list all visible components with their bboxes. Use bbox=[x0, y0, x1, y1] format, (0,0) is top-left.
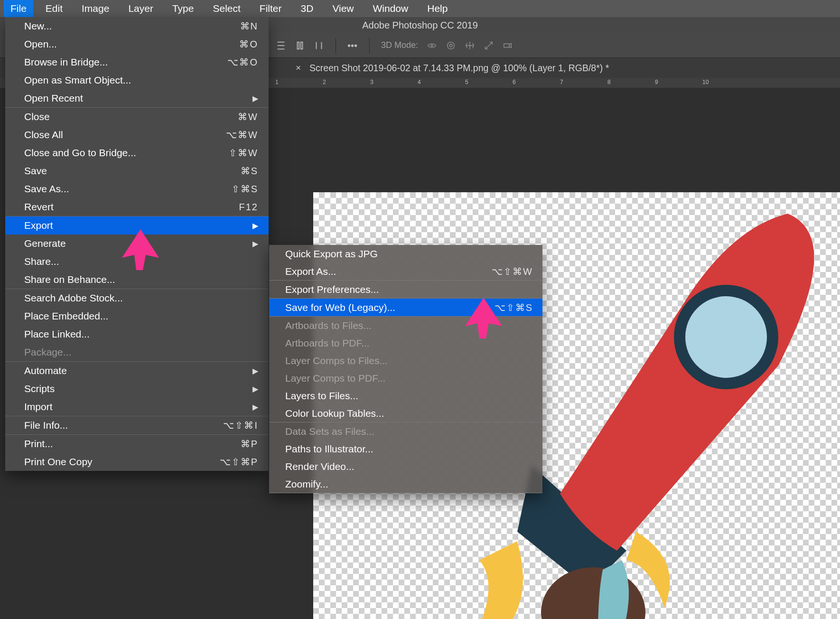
orbit-3d-icon[interactable] bbox=[427, 40, 437, 51]
menu-layer[interactable]: Layer bbox=[128, 3, 153, 14]
menu-shortcut: ⌥⇧⌘P bbox=[220, 456, 258, 468]
file-menu-item[interactable]: Place Embedded... bbox=[5, 307, 269, 325]
file-menu-item[interactable]: Open Recent▶ bbox=[5, 89, 269, 107]
menu-item-label: Share... bbox=[24, 256, 59, 267]
menu-filter[interactable]: Filter bbox=[260, 3, 282, 14]
menu-item-label: Open as Smart Object... bbox=[24, 75, 131, 86]
menu-shortcut: ⇧⌘S bbox=[232, 183, 258, 195]
export-submenu-item: Layer Comps to Files... bbox=[269, 352, 542, 369]
menu-item-label: Save for Web (Legacy)... bbox=[285, 302, 395, 313]
tab-close-icon[interactable]: × bbox=[296, 63, 301, 73]
file-menu-item[interactable]: Open...⌘O bbox=[5, 35, 269, 53]
file-menu-item[interactable]: Automate▶ bbox=[5, 362, 269, 380]
menu-shortcut: ⌘W bbox=[238, 111, 258, 122]
menu-item-label: Open... bbox=[24, 38, 57, 50]
menu-shortcut: ⌥⇧⌘W bbox=[492, 266, 533, 277]
more-icon[interactable]: ••• bbox=[347, 40, 358, 51]
menu-item-label: Search Adobe Stock... bbox=[24, 292, 123, 304]
export-submenu-item[interactable]: Layers to Files... bbox=[269, 387, 542, 404]
export-submenu: Quick Export as JPGExport As...⌥⇧⌘WExpor… bbox=[269, 245, 542, 493]
menu-3d[interactable]: 3D bbox=[301, 3, 314, 14]
menu-item-label: Export Preferences... bbox=[285, 284, 379, 295]
menu-file[interactable]: File bbox=[4, 0, 33, 17]
file-menu-item[interactable]: RevertF12 bbox=[5, 198, 269, 216]
menu-item-label: Layer Comps to PDF... bbox=[285, 373, 385, 384]
menu-item-label: Automate bbox=[24, 365, 67, 376]
export-submenu-item[interactable]: Paths to Illustrator... bbox=[269, 440, 542, 458]
export-submenu-item[interactable]: Quick Export as JPG bbox=[269, 245, 542, 263]
svg-point-15 bbox=[428, 44, 436, 47]
file-menu-item[interactable]: Open as Smart Object... bbox=[5, 71, 269, 89]
move-3d-icon[interactable] bbox=[465, 40, 475, 51]
file-menu-item[interactable]: Browse in Bridge...⌥⌘O bbox=[5, 53, 269, 71]
file-menu-item[interactable]: New...⌘N bbox=[5, 17, 269, 35]
ruler-tick: 10 bbox=[702, 79, 709, 85]
menu-item-label: Open Recent bbox=[24, 93, 83, 104]
ruler-tick: 1 bbox=[275, 79, 279, 85]
menu-item-label: Package... bbox=[24, 347, 71, 358]
menu-item-label: Layers to Files... bbox=[285, 390, 358, 402]
export-submenu-item[interactable]: Zoomify... bbox=[269, 475, 542, 493]
menu-item-label: Paths to Illustrator... bbox=[285, 443, 373, 455]
svg-rect-19 bbox=[504, 44, 509, 47]
file-menu-item[interactable]: Search Adobe Stock... bbox=[5, 289, 269, 307]
menu-view[interactable]: View bbox=[332, 3, 354, 14]
export-submenu-item[interactable]: Render Video... bbox=[269, 458, 542, 475]
menu-item-label: Browse in Bridge... bbox=[24, 56, 108, 68]
ruler-tick: 4 bbox=[418, 79, 421, 85]
scale-3d-icon[interactable] bbox=[484, 40, 494, 51]
menu-shortcut: ⌘N bbox=[240, 20, 258, 32]
separator bbox=[369, 38, 370, 53]
svg-point-17 bbox=[448, 42, 455, 49]
menu-help[interactable]: Help bbox=[427, 3, 448, 14]
menu-item-label: Print One Copy bbox=[24, 456, 93, 468]
menu-item-label: Share on Behance... bbox=[24, 274, 115, 285]
export-submenu-item[interactable]: Export Preferences... bbox=[269, 281, 542, 298]
file-menu-item[interactable]: Place Linked... bbox=[5, 325, 269, 343]
ruler-tick: 3 bbox=[370, 79, 373, 85]
ruler-tick: 9 bbox=[655, 79, 658, 85]
file-menu-item[interactable]: File Info...⌥⇧⌘I bbox=[5, 416, 269, 434]
file-menu-item[interactable]: Print One Copy⌥⇧⌘P bbox=[5, 453, 269, 471]
menu-item-label: Place Linked... bbox=[24, 328, 90, 340]
tab-title[interactable]: Screen Shot 2019-06-02 at 7.14.33 PM.png… bbox=[309, 63, 609, 74]
file-menu-item[interactable]: Save⌘S bbox=[5, 162, 269, 180]
menu-shortcut: ⇧⌘W bbox=[229, 147, 258, 159]
file-menu-item[interactable]: Close and Go to Bridge...⇧⌘W bbox=[5, 144, 269, 162]
menu-type[interactable]: Type bbox=[172, 3, 194, 14]
camera-3d-icon[interactable] bbox=[503, 40, 513, 51]
distribute-center-icon[interactable] bbox=[295, 40, 305, 51]
file-menu-item[interactable]: Import▶ bbox=[5, 398, 269, 416]
menu-item-label: New... bbox=[24, 20, 52, 32]
file-menu-item[interactable]: Close All⌥⌘W bbox=[5, 126, 269, 144]
menu-shortcut: ⌘O bbox=[239, 38, 258, 50]
file-menu-item[interactable]: Save As...⇧⌘S bbox=[5, 180, 269, 198]
submenu-arrow-icon: ▶ bbox=[252, 221, 258, 230]
menu-item-label: Artboards to PDF... bbox=[285, 338, 369, 349]
menu-image[interactable]: Image bbox=[82, 3, 109, 14]
distribute-space-icon[interactable] bbox=[314, 40, 324, 51]
file-menu-item[interactable]: Close⌘W bbox=[5, 108, 269, 126]
export-submenu-item[interactable]: Color Lookup Tables... bbox=[269, 404, 542, 422]
export-submenu-item[interactable]: Export As...⌥⇧⌘W bbox=[269, 263, 542, 280]
distribute-vertical-icon[interactable] bbox=[276, 40, 286, 51]
menu-item-label: File Info... bbox=[24, 420, 68, 431]
app-title: Adobe Photoshop CC 2019 bbox=[362, 20, 478, 30]
file-menu-item[interactable]: Print...⌘P bbox=[5, 435, 269, 453]
menu-item-label: Artboards to Files... bbox=[285, 320, 372, 331]
menu-item-label: Save As... bbox=[24, 183, 69, 195]
menu-item-label: Print... bbox=[24, 438, 53, 450]
menu-item-label: Save bbox=[24, 165, 47, 177]
ruler-tick: 5 bbox=[465, 79, 468, 85]
menu-item-label: Import bbox=[24, 401, 53, 413]
menu-item-label: Close bbox=[24, 111, 50, 122]
file-menu-item[interactable]: Share on Behance... bbox=[5, 271, 269, 289]
file-menu-item[interactable]: Scripts▶ bbox=[5, 380, 269, 398]
menu-item-label: Revert bbox=[24, 201, 54, 213]
eye-3d-icon[interactable] bbox=[446, 40, 456, 51]
menu-select[interactable]: Select bbox=[213, 3, 240, 14]
menu-window[interactable]: Window bbox=[373, 3, 409, 14]
menu-edit[interactable]: Edit bbox=[46, 3, 63, 14]
menu-shortcut: ⌘S bbox=[241, 165, 258, 177]
menu-item-label: Scripts bbox=[24, 383, 55, 394]
